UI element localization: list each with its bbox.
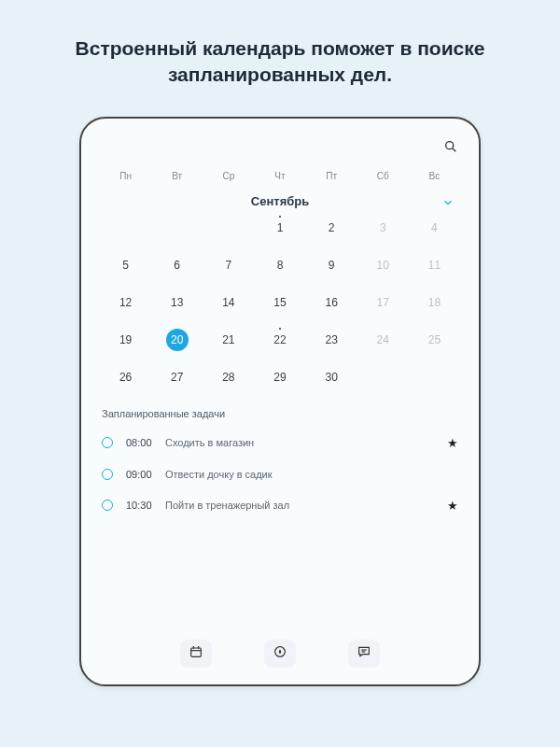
chat-icon: [357, 644, 371, 663]
day-number: 21: [222, 333, 234, 346]
bottom-nav: [100, 628, 460, 671]
day-number: 11: [428, 259, 441, 272]
task-time: 10:30: [126, 500, 165, 511]
task-checkbox[interactable]: [102, 437, 113, 448]
svg-marker-7: [279, 649, 282, 654]
task-row[interactable]: 08:00Сходить в магазин★: [100, 427, 460, 459]
calendar-day[interactable]: 8: [254, 247, 305, 283]
weekday: Чт: [254, 171, 305, 181]
day-number: 22: [273, 333, 286, 346]
task-row[interactable]: 10:30Пойти в тренажерный зал★: [100, 489, 460, 522]
day-number: 10: [377, 259, 389, 272]
calendar-day[interactable]: 2: [306, 210, 357, 246]
task-text: Отвести дочку в садик: [165, 469, 458, 480]
calendar-day[interactable]: 24: [357, 322, 409, 358]
weekday: Пт: [306, 171, 357, 181]
day-number: 24: [377, 333, 389, 346]
day-number: 4: [431, 221, 438, 234]
calendar-day[interactable]: 19: [100, 322, 151, 358]
svg-point-0: [446, 141, 454, 148]
calendar-day[interactable]: 3: [357, 210, 409, 246]
calendar-day[interactable]: 5: [100, 247, 151, 283]
top-bar: [100, 139, 460, 158]
task-time: 08:00: [126, 437, 165, 448]
calendar-day[interactable]: 16: [306, 285, 357, 320]
day-number: 18: [428, 296, 441, 309]
day-number: 20: [166, 329, 189, 351]
svg-rect-2: [191, 648, 202, 656]
calendar-day[interactable]: 14: [203, 285, 254, 320]
calendar-day[interactable]: 29: [254, 359, 305, 395]
calendar-day[interactable]: 26: [100, 359, 151, 395]
calendar-icon: [189, 644, 203, 663]
compass-icon: [273, 644, 287, 663]
day-number: 6: [174, 259, 180, 272]
calendar-day: [100, 210, 151, 246]
calendar-day[interactable]: 25: [409, 322, 460, 358]
calendar-day[interactable]: 21: [203, 322, 254, 358]
search-icon[interactable]: [443, 139, 458, 158]
weekday: Пн: [100, 171, 151, 181]
day-number: 1: [277, 221, 284, 234]
calendar-day[interactable]: 28: [203, 359, 254, 395]
day-number: 3: [380, 221, 386, 234]
day-number: 29: [273, 371, 286, 384]
task-time: 09:00: [126, 469, 165, 480]
nav-timer-button[interactable]: [264, 640, 296, 668]
day-number: 28: [222, 371, 234, 384]
day-number: 19: [119, 333, 132, 346]
calendar-day[interactable]: 10: [357, 247, 409, 283]
calendar-day[interactable]: 27: [151, 359, 203, 395]
day-number: 9: [329, 259, 335, 272]
day-number: 16: [325, 296, 337, 309]
calendar-day[interactable]: 15: [254, 285, 305, 320]
calendar-day[interactable]: 20: [151, 322, 203, 358]
calendar-day[interactable]: 13: [151, 285, 203, 320]
task-row[interactable]: 09:00Отвести дочку в садик: [100, 459, 460, 489]
task-list: 08:00Сходить в магазин★09:00Отвести дочк…: [100, 427, 460, 522]
month-label: Сентябрь: [100, 194, 460, 208]
task-checkbox[interactable]: [102, 469, 113, 480]
svg-line-1: [453, 148, 455, 151]
calendar-day: [409, 359, 460, 395]
day-number: 12: [119, 296, 132, 309]
calendar-day: [151, 210, 203, 246]
calendar-day[interactable]: 30: [306, 359, 357, 395]
calendar-day: [357, 359, 409, 395]
calendar-day[interactable]: 4: [409, 210, 460, 246]
calendar-day[interactable]: 9: [306, 247, 357, 283]
calendar-day[interactable]: 17: [357, 285, 409, 320]
nav-calendar-button[interactable]: [180, 640, 212, 668]
task-checkbox[interactable]: [102, 500, 113, 511]
day-number: 23: [325, 333, 337, 346]
month-row: Сентябрь: [100, 194, 460, 208]
calendar-day[interactable]: 12: [100, 285, 151, 320]
calendar-day[interactable]: 7: [203, 247, 254, 283]
calendar-day[interactable]: 6: [151, 247, 203, 283]
day-number: 2: [329, 221, 335, 234]
weekday: Ср: [203, 171, 254, 181]
calendar-day[interactable]: 22: [254, 322, 305, 358]
day-number: 8: [277, 259, 284, 272]
day-number: 26: [119, 371, 132, 384]
day-number: 25: [428, 333, 441, 346]
calendar-day[interactable]: 23: [306, 322, 357, 358]
day-number: 5: [122, 259, 129, 272]
weekday: Сб: [357, 171, 409, 181]
star-icon[interactable]: ★: [447, 499, 458, 513]
nav-notes-button[interactable]: [348, 640, 380, 668]
day-number: 14: [222, 296, 234, 309]
task-text: Сходить в магазин: [165, 437, 440, 448]
calendar-day[interactable]: 11: [409, 247, 460, 283]
calendar-day: [203, 210, 254, 246]
calendar-day[interactable]: 18: [409, 285, 460, 320]
day-number: 17: [377, 296, 389, 309]
star-icon[interactable]: ★: [447, 436, 458, 450]
page-headline: Встроенный календарь поможет в поиске за…: [0, 0, 560, 107]
weekday-header: Пн Вт Ср Чт Пт Сб Вс: [100, 165, 460, 190]
day-number: 30: [325, 371, 337, 384]
weekday: Вс: [409, 171, 460, 181]
weekday: Вт: [151, 171, 203, 181]
calendar-day[interactable]: 1: [254, 210, 305, 246]
day-number: 15: [273, 296, 286, 309]
